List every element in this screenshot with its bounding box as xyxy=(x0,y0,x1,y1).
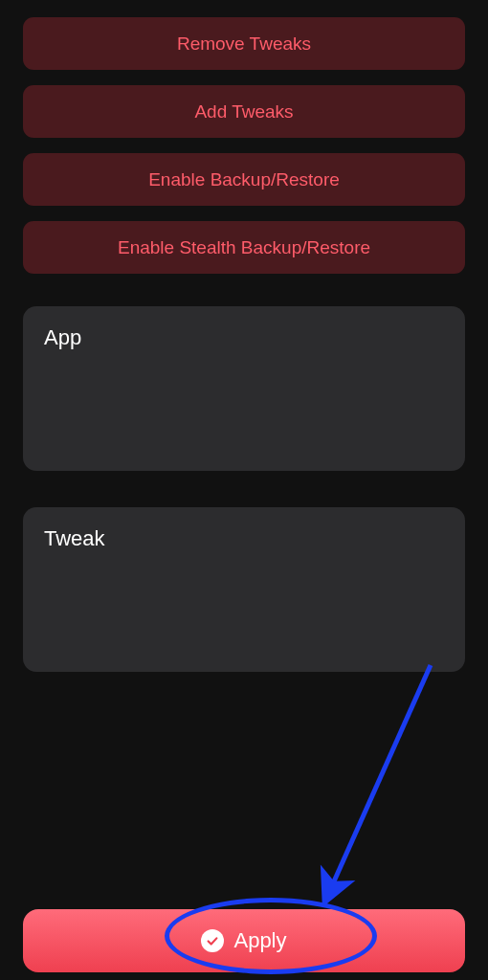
remove-tweaks-label: Remove Tweaks xyxy=(177,33,311,55)
remove-tweaks-button[interactable]: Remove Tweaks xyxy=(23,17,465,70)
enable-backup-button[interactable]: Enable Backup/Restore xyxy=(23,153,465,206)
app-card-title: App xyxy=(44,325,444,350)
add-tweaks-label: Add Tweaks xyxy=(194,101,293,122)
annotation-arrow xyxy=(316,660,459,928)
enable-stealth-backup-button[interactable]: Enable Stealth Backup/Restore xyxy=(23,221,465,274)
apply-button[interactable]: Apply xyxy=(23,909,465,972)
svg-line-0 xyxy=(330,665,431,890)
add-tweaks-button[interactable]: Add Tweaks xyxy=(23,85,465,138)
app-card[interactable]: App xyxy=(23,306,465,471)
tweak-card-title: Tweak xyxy=(44,526,444,551)
apply-label: Apply xyxy=(233,928,286,953)
enable-backup-label: Enable Backup/Restore xyxy=(148,169,340,190)
check-icon xyxy=(201,929,224,952)
tweak-card[interactable]: Tweak xyxy=(23,507,465,672)
enable-stealth-backup-label: Enable Stealth Backup/Restore xyxy=(118,237,370,258)
